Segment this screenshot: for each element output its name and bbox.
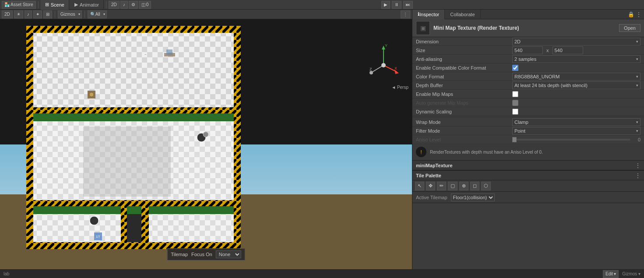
open-button[interactable]: Open <box>619 24 640 32</box>
tile-palette-menu-icon[interactable]: ⋮ <box>635 172 640 179</box>
inspector-body: Dimension 2D 3D Size <box>412 37 644 269</box>
aniso-slider[interactable] <box>512 139 630 141</box>
auto-generate-mip-checkbox[interactable] <box>512 100 518 106</box>
color-format-select[interactable]: R8G8B8A8_UNORM RGBA32 <box>512 73 640 81</box>
enable-mip-maps-value <box>512 91 640 97</box>
color-format-label: Color Format <box>416 74 512 79</box>
lock-icon[interactable]: 🔒 <box>628 11 634 18</box>
depth-buffer-dropdown-wrap: At least 24 bits depth (with stencil) No… <box>512 81 640 89</box>
enable-mip-maps-checkbox[interactable] <box>512 91 518 97</box>
palette-erase-tool[interactable]: ◻ <box>470 182 479 190</box>
palette-select-tool[interactable]: ↖ <box>415 182 424 190</box>
wrap-mode-select[interactable]: Clamp Repeat Mirror <box>512 118 640 126</box>
all-dropdown[interactable]: 🔍 All <box>88 11 107 18</box>
pause-button[interactable]: ⏸ <box>392 1 401 9</box>
scene-more-button[interactable]: ⋮ <box>401 11 410 18</box>
scene-2d-button[interactable]: 2D <box>2 11 13 18</box>
warning-row: ! RenderTextures with depth must have an… <box>412 144 644 160</box>
toolbar-separator-1 <box>38 1 39 8</box>
palette-paint-tool[interactable]: ✏ <box>437 182 446 190</box>
tilemap-label: Tilemap <box>171 252 188 257</box>
svg-point-28 <box>90 216 99 225</box>
svg-rect-18 <box>33 200 234 206</box>
scene-nav-button[interactable]: ⊞ <box>43 11 52 18</box>
auto-generate-mip-label: Auto generate Mip Maps <box>416 100 512 106</box>
depth-buffer-label: Depth Buffer <box>416 83 512 88</box>
tile-palette-active-tilemap: Active Tilemap Floor1(collision) Floor2 … <box>412 192 644 203</box>
svg-rect-17 <box>83 127 171 197</box>
svg-rect-12 <box>33 33 234 107</box>
palette-move-tool[interactable]: ✥ <box>426 182 435 190</box>
color-format-value: R8G8B8A8_UNORM RGBA32 <box>512 73 640 81</box>
asset-thumbnail: ▣ <box>416 21 430 35</box>
depth-buffer-select[interactable]: At least 24 bits depth (with stencil) No… <box>512 81 640 89</box>
scene-tab-icon: ⊞ <box>45 2 49 7</box>
tab-inspector[interactable]: ℹ Inspector <box>412 10 445 19</box>
size-x-input[interactable] <box>512 46 543 54</box>
asset-store-button[interactable]: 🏪 Asset Store <box>2 1 36 9</box>
inspector-tabs: ℹ Inspector Collaborate 🔒 ⋮ <box>412 10 644 19</box>
palette-picker-tool[interactable]: ⊕ <box>459 182 468 190</box>
audio-button[interactable]: ♪ <box>120 1 128 9</box>
dynamic-scaling-checkbox[interactable] <box>512 109 518 115</box>
auto-generate-mip-value <box>512 100 640 106</box>
gizmos-dropdown[interactable]: Gizmos <box>58 11 82 18</box>
palette-fill-tool[interactable]: ⬡ <box>481 182 491 190</box>
status-lab-label: lab <box>4 271 9 276</box>
auto-generate-mip-row: Auto generate Mip Maps <box>412 99 644 107</box>
scene-audio-icon: ♪ <box>27 12 29 17</box>
dynamic-scaling-value <box>512 109 640 115</box>
tilemap-display: 1T ~ <box>26 26 241 249</box>
inspector-more-icon[interactable]: ⋮ <box>636 11 641 18</box>
filter-mode-select[interactable]: Point Bilinear Trilinear <box>512 127 640 135</box>
settings-button[interactable]: ⚙ <box>129 1 138 9</box>
palette-box-tool[interactable]: ▢ <box>448 182 457 190</box>
dimension-row: Dimension 2D 3D <box>412 37 644 46</box>
mini-map-menu-icon[interactable]: ⋮ <box>635 162 640 169</box>
size-y-input[interactable] <box>553 46 583 54</box>
enable-compatible-checkbox[interactable] <box>512 65 518 71</box>
depth-buffer-row: Depth Buffer At least 24 bits depth (wit… <box>412 81 644 90</box>
tilemap-info-overlay: Tilemap Focus On None All Floor1 <box>167 248 245 260</box>
play-button[interactable]: ▶ <box>381 1 390 9</box>
dimension-value: 2D 3D <box>512 38 640 46</box>
scene-lighting-button[interactable]: ☀ <box>14 11 23 18</box>
anti-aliasing-select[interactable]: None 2 samples 4 samples 8 samples <box>512 55 640 63</box>
size-x-separator: x <box>545 48 551 53</box>
dimension-dropdown-wrap: 2D 3D <box>512 38 640 46</box>
color-format-dropdown-wrap: R8G8B8A8_UNORM RGBA32 <box>512 73 640 81</box>
wrap-mode-label: Wrap Mode <box>416 120 512 125</box>
dimension-select[interactable]: 2D 3D <box>512 38 640 46</box>
wrap-mode-value: Clamp Repeat Mirror <box>512 118 640 126</box>
svg-rect-10 <box>234 26 241 249</box>
enable-compatible-label: Enable Compatible Color Format <box>416 65 512 70</box>
gizmos-status: Gizmos ▾ <box>622 271 640 276</box>
aniso-level-row: Aniso Level 0 <box>412 135 644 144</box>
color-format-row: Color Format R8G8B8A8_UNORM RGBA32 <box>412 72 644 81</box>
size-row: Size x <box>412 46 644 55</box>
tab-animator[interactable]: ▶ Animator <box>70 0 104 10</box>
tile-palette-title: Tile Palette <box>416 173 635 178</box>
svg-text:Z: Z <box>370 67 372 71</box>
layers-button[interactable]: ◫ 0 <box>139 1 151 9</box>
step-button[interactable]: ⏭ <box>403 1 413 9</box>
2d-button[interactable]: 2D <box>109 1 120 9</box>
svg-point-27 <box>203 132 208 137</box>
scene-effects-button[interactable]: ✦ <box>33 11 42 18</box>
scene-canvas[interactable]: 1T ~ <box>0 19 412 269</box>
size-value: x <box>512 46 640 54</box>
tab-collaborate[interactable]: Collaborate <box>445 10 480 19</box>
wrap-mode-dropdown-wrap: Clamp Repeat Mirror <box>512 118 640 126</box>
svg-rect-7 <box>26 26 241 33</box>
gizmo-axes: Y X Z <box>368 43 399 87</box>
warning-icon: ! <box>416 147 426 157</box>
enable-compatible-row: Enable Compatible Color Format <box>412 63 644 72</box>
audio-icon: ♪ <box>123 2 125 7</box>
tab-scene[interactable]: ⊞ Scene <box>41 0 69 10</box>
scene-toolbar: 2D ☀ ♪ ✦ ⊞ Gizmos 🔍 <box>0 10 412 19</box>
scene-audio-button[interactable]: ♪ <box>25 11 32 18</box>
svg-text:X: X <box>394 66 397 70</box>
focus-on-select[interactable]: None All Floor1 <box>216 250 241 258</box>
active-tilemap-select[interactable]: Floor1(collision) Floor2 Walls <box>451 194 495 201</box>
edit-button[interactable]: Edit ▾ <box>603 270 619 278</box>
